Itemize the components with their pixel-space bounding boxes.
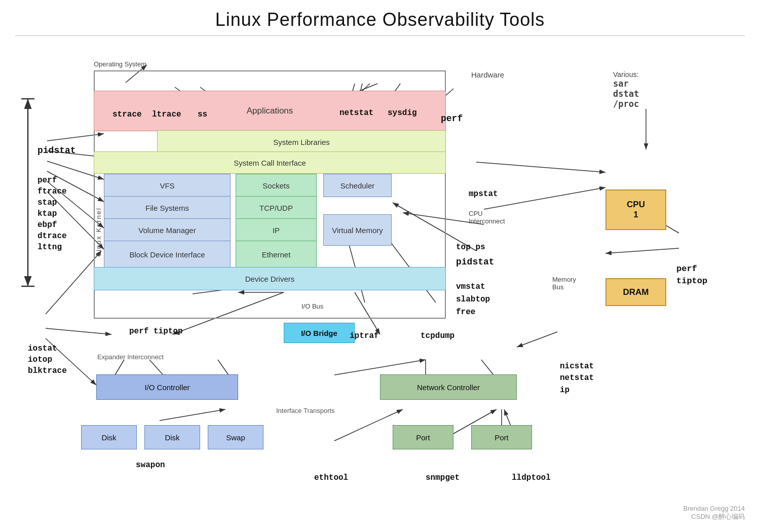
blkdev-box: Block Device Interface (104, 241, 231, 268)
top-ps-label: top ps (456, 243, 485, 252)
perf-top-label: perf (441, 113, 463, 124)
port2-box: Port (471, 425, 532, 449)
strace-label: strace (112, 110, 142, 119)
pidstat-right-label: pidstat (456, 257, 495, 267)
swapon-label: swapon (136, 461, 165, 470)
cpu-box: CPU 1 (605, 189, 666, 230)
ioctl-box: I/O Controller (96, 374, 238, 400)
kernel-label: Linux Kernel (95, 207, 102, 256)
volmgr-box: Volume Manager (104, 218, 231, 242)
dram-box: DRAM (605, 278, 666, 306)
nicstat-label: nicstat (560, 362, 594, 371)
various-label: Various: sar dstat /proc (613, 70, 639, 109)
ethernet-box: Ethernet (236, 241, 317, 268)
ethtool-label: ethtool (314, 473, 348, 482)
snmpget-label: snmpget (426, 473, 460, 482)
title-divider (15, 35, 745, 36)
iobus-label: I/O Bus (301, 302, 323, 310)
devdrv-box: Device Drivers (94, 267, 446, 290)
sockets-box: Sockets (236, 174, 317, 197)
iface-label: Interface Transports (276, 407, 335, 414)
port1-box: Port (393, 425, 453, 449)
mpstat-label: mpstat (469, 189, 498, 199)
iotop-label: iotop (28, 355, 52, 364)
iobridge-box: I/O Bridge (284, 323, 355, 343)
proc-label: /proc (613, 99, 639, 109)
tcpudp-box: TCP/UDP (236, 196, 317, 219)
netctl-box: Network Controller (380, 374, 517, 400)
diagram-area: Operating System Hardware Various: sar d… (0, 40, 760, 531)
disk1-box: Disk (81, 425, 137, 449)
ktap-label: ktap (37, 209, 57, 218)
os-label: Operating System (94, 60, 146, 68)
ss-label: ss (198, 110, 207, 119)
dtrace-label: dtrace (37, 232, 67, 241)
perf-tiptop-left-label: perf tiptop (129, 327, 183, 336)
disk2-box: Disk (144, 425, 200, 449)
free-label: free (456, 308, 475, 317)
vmstat-label: vmstat (456, 282, 485, 291)
blktrace-label: blktrace (28, 366, 67, 375)
sar-label: sar (613, 79, 629, 89)
dstat-label: dstat (613, 89, 639, 99)
ebpf-label: ebpf (37, 220, 57, 230)
perf-left-label: perf (37, 176, 57, 185)
credit: Brendan Gregg 2014 CSDN @醉心编码 (683, 505, 745, 521)
hw-label: Hardware (471, 70, 504, 79)
vfs-box: VFS (104, 174, 231, 197)
lldptool-label: lldptool (512, 473, 551, 482)
membus-label: Memory Bus (552, 268, 576, 291)
filesystems-box: File Systems (104, 196, 231, 219)
perf-tiptop-right-label: perf tiptop (676, 263, 707, 287)
ip-box: IP (236, 218, 317, 242)
iptraf-label: iptraf (350, 331, 379, 340)
netstat-right-label: netstat (560, 373, 594, 383)
scheduler-box: Scheduler (323, 174, 392, 197)
netstat-label: netstat (339, 108, 373, 118)
ftrace-label: ftrace (37, 187, 67, 196)
tcpdump-label: tcpdump (421, 331, 454, 340)
system-libraries-layer: System Libraries (157, 130, 446, 154)
pidstat-left-label: pidstat (37, 145, 76, 156)
ip-right-label: ip (560, 386, 569, 395)
cpuic-label: CPU Interconnect (469, 202, 505, 225)
iostat-label: iostat (28, 344, 57, 353)
swap-box: Swap (208, 425, 263, 449)
expander-label: Expander Interconnect (97, 353, 164, 361)
ltrace-label: ltrace (152, 110, 181, 119)
page-title: Linux Performance Observability Tools (0, 0, 760, 35)
slabtop-label: slabtop (456, 295, 490, 304)
lttng-label: lttng (37, 243, 62, 252)
vmem-box: Virtual Memory (323, 214, 392, 246)
syscall-layer: System Call Interface (94, 151, 446, 174)
sysdig-label: sysdig (388, 108, 417, 118)
stap-label: stap (37, 198, 57, 207)
